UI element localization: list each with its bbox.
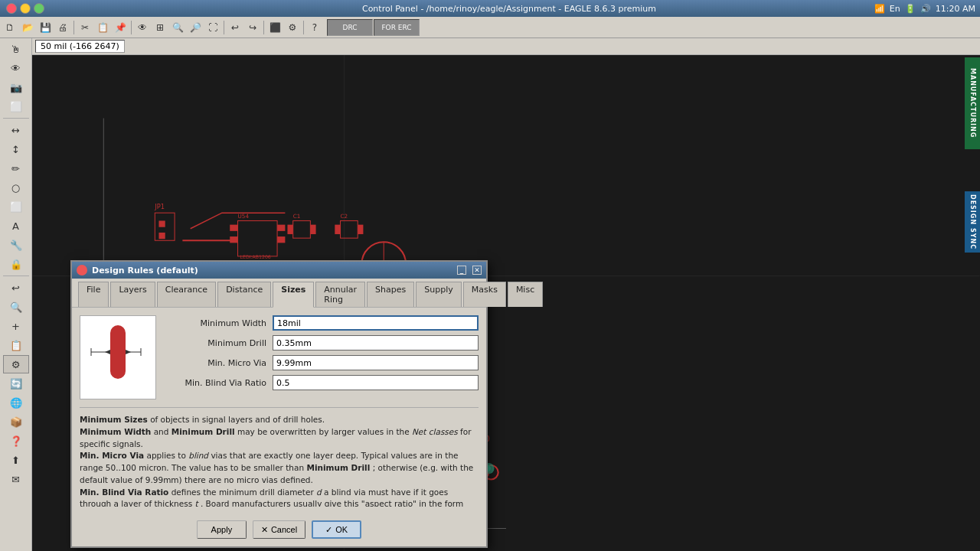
apply-button[interactable]: Apply [197,520,247,539]
sidebar-clipboard[interactable]: 📋 [3,336,29,354]
ok-label: OK [335,525,348,534]
copy-btn[interactable]: 📋 [94,19,111,36]
sidebar-pencil[interactable]: ✏ [3,159,29,178]
min-micro-via-input[interactable] [273,355,479,370]
info-net-classes: Net classes [412,427,458,436]
keyboard-indicator: En [890,4,900,14]
sidebar-mail[interactable]: ✉ [3,470,29,488]
ok-icon: ✓ [325,525,332,535]
info-min-drill-bold: Minimum Drill [172,427,235,436]
window-title: Control Panel - /home/rinoy/eagle/Assign… [44,4,974,14]
dialog-overlay: Design Rules (default) _ ✕ File Layers C… [32,38,980,551]
min-drill-label: Minimum Drill [165,338,273,348]
title-bar: Control Panel - /home/rinoy/eagle/Assign… [0,0,980,17]
tab-layers[interactable]: Layers [110,282,155,307]
drc-btn[interactable]: DRC [327,19,373,36]
sidebar-select[interactable]: 🖱 [3,40,29,58]
new-btn[interactable]: 🗋 [2,19,18,36]
print-btn[interactable]: 🖨 [54,19,71,36]
sidebar-up[interactable]: ⬆ [3,451,29,469]
dialog-minimize-btn[interactable]: _ [457,266,466,275]
info-area: Minimum Sizes of objects in signal layer… [80,407,479,507]
redo-btn[interactable]: ↪ [244,19,261,36]
min-width-row: Minimum Width [165,315,479,331]
sidebar-help[interactable]: ❓ [3,432,29,450]
content-area: 50 mil (-166 2647) JP1 U54 LEDI:AB [32,38,980,551]
svg-rect-45 [110,325,126,379]
sidebar-sep2 [3,276,29,276]
min-blind-via-ratio-input[interactable] [273,375,479,390]
save-btn[interactable]: 💾 [37,19,54,36]
dialog-title-bar: Design Rules (default) _ ✕ [72,262,486,279]
info-line4: Min. Blind Via Ratio defines the minimum… [80,487,479,507]
grid-btn[interactable]: ⊞ [152,19,168,36]
view-btn[interactable]: 👁 [134,19,151,36]
tab-masks[interactable]: Masks [463,282,506,307]
stop-btn[interactable]: ⬛ [266,19,283,36]
tab-supply[interactable]: Supply [416,282,462,307]
window-min-btn[interactable] [20,3,31,14]
tab-annular-ring[interactable]: Annular Ring [315,282,365,307]
sidebar-camera[interactable]: 📷 [3,78,29,96]
sidebar-eye[interactable]: 👁 [3,59,29,77]
sidebar-undo[interactable]: ↩ [3,279,29,297]
network-icon: 📶 [874,4,885,14]
dialog-close-btn[interactable]: ✕ [472,266,482,275]
zoom-fit-btn[interactable]: ⛶ [204,19,221,36]
info-line4-rest: defines the minimum drill diameter [172,487,316,497]
info-line2-rest: may be overwritten by larger values in t… [237,427,412,436]
sidebar-search[interactable]: 🔍 [3,298,29,316]
settings-btn[interactable]: ⚙ [284,19,301,36]
info-line2: Minimum Width and Minimum Drill may be o… [80,426,479,451]
main-layout: 🖱 👁 📷 ⬜ ↔ ↕ ✏ ○ ⬜ A 🔧 🔒 ↩ 🔍 + 📋 ⚙ 🔄 🌐 📦 … [0,38,980,551]
min-drill-input[interactable] [273,335,479,350]
clock: 11:20 AM [936,4,975,14]
zoom-in-btn[interactable]: 🔍 [169,19,186,36]
sidebar-arrow-h[interactable]: ↔ [3,121,29,139]
sidebar-arrow-v[interactable]: ↕ [3,140,29,158]
tab-file[interactable]: File [78,282,109,307]
info-min-sizes-bold: Minimum Sizes [80,415,148,424]
help-btn[interactable]: ? [306,19,323,36]
sidebar-plus[interactable]: + [3,317,29,335]
window-close-btn[interactable] [6,3,17,14]
cancel-button[interactable]: ✕ Cancel [253,520,305,539]
min-width-label: Minimum Width [165,318,273,328]
info-applies: applies to [146,451,188,460]
window-max-btn[interactable] [34,3,44,14]
sidebar-circle[interactable]: ○ [3,178,29,197]
tab-clearance[interactable]: Clearance [157,282,216,307]
sidebar-rect[interactable]: ⬜ [3,97,29,116]
sidebar-package[interactable]: 📦 [3,412,29,431]
tab-misc[interactable]: Misc [508,282,543,307]
tab-sizes[interactable]: Sizes [273,282,314,308]
main-toolbar: 🗋 📂 💾 🖨 ✂ 📋 📌 👁 ⊞ 🔍 🔎 ⛶ ↩ ↪ ⬛ ⚙ ? DRC FO… [0,17,980,38]
sep1 [74,21,74,34]
min-width-input[interactable] [273,315,479,331]
sidebar-globe[interactable]: 🌐 [3,393,29,412]
sidebar-refresh[interactable]: 🔄 [3,374,29,393]
undo-btn[interactable]: ↩ [227,19,243,36]
erc-btn[interactable]: FOR ERC [374,19,420,36]
sidebar-lock[interactable]: 🔒 [3,255,29,273]
tab-distance[interactable]: Distance [217,282,271,307]
info-line1-rest: of objects in signal layers and of drill… [150,415,325,424]
sidebar-wrench[interactable]: 🔧 [3,236,29,254]
info-line1: Minimum Sizes of objects in signal layer… [80,414,479,426]
sidebar-sep1 [3,118,29,119]
min-blind-via-ratio-row: Min. Blind Via Ratio [165,375,479,390]
min-blind-via-ratio-label: Min. Blind Via Ratio [165,378,273,388]
ok-button[interactable]: ✓ OK [312,520,361,539]
system-tray: 📶 En 🔋 🔊 11:20 AM [870,0,980,17]
paste-btn[interactable]: 📌 [112,19,129,36]
battery-icon: 🔋 [905,4,916,14]
sidebar-gear[interactable]: ⚙ [3,355,29,373]
sidebar-text[interactable]: A [3,217,29,235]
cut-btn[interactable]: ✂ [77,19,93,36]
open-btn[interactable]: 📂 [19,19,36,36]
left-sidebar: 🖱 👁 📷 ⬜ ↔ ↕ ✏ ○ ⬜ A 🔧 🔒 ↩ 🔍 + 📋 ⚙ 🔄 🌐 📦 … [0,38,32,551]
sidebar-square[interactable]: ⬜ [3,197,29,216]
zoom-out-btn[interactable]: 🔎 [187,19,204,36]
sep4 [263,21,264,34]
tab-shapes[interactable]: Shapes [367,282,414,307]
